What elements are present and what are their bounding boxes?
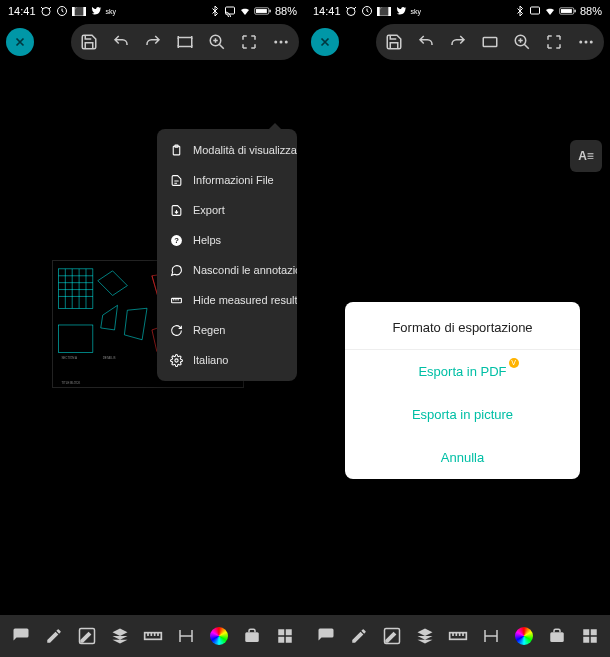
layers-tool[interactable] bbox=[109, 625, 131, 647]
canvas-area[interactable]: SECTION ADETAIL B PLAN VIEWTITLE BLOCK M… bbox=[0, 62, 305, 615]
badge-icon: ⬛ bbox=[72, 7, 86, 16]
export-pdf-option[interactable]: Esporta in PDFV bbox=[345, 350, 580, 393]
menu-label: Italiano bbox=[193, 354, 228, 366]
battery-icon bbox=[254, 5, 272, 17]
fit-icon bbox=[481, 33, 499, 51]
redo-button[interactable] bbox=[143, 32, 163, 52]
menu-helps[interactable]: ? Helps bbox=[157, 225, 297, 255]
menu-hide-measured[interactable]: Hide measured result bbox=[157, 285, 297, 315]
svg-rect-4 bbox=[256, 9, 267, 13]
zoom-icon bbox=[208, 33, 226, 51]
sky-icon: sky bbox=[106, 8, 117, 15]
svg-point-37 bbox=[174, 358, 177, 361]
svg-rect-73 bbox=[583, 629, 589, 635]
svg-text:?: ? bbox=[174, 236, 179, 245]
wifi-icon bbox=[544, 5, 556, 17]
more-button[interactable] bbox=[271, 32, 291, 52]
dialog-title: Formato di esportazione bbox=[345, 302, 580, 350]
cancel-option[interactable]: Annulla bbox=[345, 436, 580, 479]
svg-rect-49 bbox=[285, 629, 291, 635]
dimension-tool[interactable] bbox=[480, 625, 502, 647]
svg-rect-75 bbox=[583, 637, 589, 643]
briefcase-tool[interactable] bbox=[241, 625, 263, 647]
redo-button[interactable] bbox=[448, 32, 468, 52]
bottom-toolbar bbox=[0, 615, 305, 657]
save-button[interactable] bbox=[384, 32, 404, 52]
ruler-h-tool[interactable] bbox=[447, 625, 469, 647]
regen-icon bbox=[169, 323, 183, 337]
menu-label: Hide measured result bbox=[193, 294, 297, 306]
save-icon bbox=[385, 33, 403, 51]
option-label: Annulla bbox=[441, 450, 484, 465]
export-picture-option[interactable]: Esporta in picture bbox=[345, 393, 580, 436]
svg-rect-47 bbox=[245, 632, 259, 642]
fullscreen-button[interactable] bbox=[544, 32, 564, 52]
status-time: 14:41 bbox=[8, 5, 36, 17]
comment-icon bbox=[12, 627, 30, 645]
svg-rect-58 bbox=[483, 38, 497, 47]
close-button[interactable] bbox=[6, 28, 34, 56]
briefcase-tool[interactable] bbox=[546, 625, 568, 647]
wifi-icon bbox=[239, 5, 251, 17]
svg-rect-20 bbox=[58, 325, 92, 353]
alarm-icon bbox=[345, 5, 357, 17]
pen-tool[interactable] bbox=[43, 625, 65, 647]
close-icon bbox=[318, 35, 332, 49]
menu-file-info[interactable]: Informazioni File bbox=[157, 165, 297, 195]
fullscreen-icon bbox=[240, 33, 258, 51]
svg-point-9 bbox=[280, 41, 283, 44]
battery-icon bbox=[559, 5, 577, 17]
zoom-button[interactable] bbox=[207, 32, 227, 52]
svg-rect-54 bbox=[530, 7, 539, 14]
grid-icon bbox=[581, 627, 599, 645]
menu-language[interactable]: Italiano bbox=[157, 345, 297, 375]
more-icon bbox=[577, 33, 595, 51]
text-style-button[interactable]: A≡ bbox=[570, 140, 602, 172]
svg-rect-74 bbox=[590, 629, 596, 635]
vip-badge-icon: V bbox=[509, 358, 519, 368]
dimension-icon bbox=[177, 627, 195, 645]
fit-button[interactable] bbox=[175, 32, 195, 52]
fit-button[interactable] bbox=[480, 32, 500, 52]
dimension-tool[interactable] bbox=[175, 625, 197, 647]
fullscreen-icon bbox=[545, 33, 563, 51]
close-button[interactable] bbox=[311, 28, 339, 56]
clock-icon bbox=[361, 5, 373, 17]
canvas-area[interactable]: A≡ Formato di esportazione Esporta in PD… bbox=[305, 62, 610, 615]
undo-button[interactable] bbox=[111, 32, 131, 52]
undo-icon bbox=[417, 33, 435, 51]
cast-icon bbox=[224, 5, 236, 17]
layers-icon bbox=[111, 627, 129, 645]
edit-icon bbox=[78, 627, 96, 645]
close-icon bbox=[13, 35, 27, 49]
layers-tool[interactable] bbox=[414, 625, 436, 647]
menu-export[interactable]: Export bbox=[157, 195, 297, 225]
more-button[interactable] bbox=[576, 32, 596, 52]
zoom-button[interactable] bbox=[512, 32, 532, 52]
edit-tool[interactable] bbox=[76, 625, 98, 647]
menu-regen[interactable]: Regen bbox=[157, 315, 297, 345]
text-style-icon: A≡ bbox=[578, 149, 594, 163]
menu-view-mode[interactable]: Modalità di visualizza… bbox=[157, 135, 297, 165]
color-tool[interactable] bbox=[208, 625, 230, 647]
edit-icon bbox=[383, 627, 401, 645]
grid-tool[interactable] bbox=[274, 625, 296, 647]
status-bar: 14:41 ⬛ sky 88% bbox=[0, 0, 305, 22]
comment-tool[interactable] bbox=[315, 625, 337, 647]
svg-rect-6 bbox=[178, 38, 192, 47]
svg-rect-72 bbox=[550, 632, 564, 642]
menu-hide-annotations[interactable]: Nascondi le annotazioni bbox=[157, 255, 297, 285]
status-battery: 88% bbox=[580, 5, 602, 17]
comment-tool[interactable] bbox=[10, 625, 32, 647]
svg-text:TITLE BLOCK: TITLE BLOCK bbox=[61, 381, 80, 385]
ruler-h-tool[interactable] bbox=[142, 625, 164, 647]
screen-left: 14:41 ⬛ sky 88% bbox=[0, 0, 305, 657]
edit-tool[interactable] bbox=[381, 625, 403, 647]
grid-tool[interactable] bbox=[579, 625, 601, 647]
save-button[interactable] bbox=[79, 32, 99, 52]
svg-text:DETAIL B: DETAIL B bbox=[103, 356, 116, 360]
undo-button[interactable] bbox=[416, 32, 436, 52]
pen-tool[interactable] bbox=[348, 625, 370, 647]
fullscreen-button[interactable] bbox=[239, 32, 259, 52]
color-tool[interactable] bbox=[513, 625, 535, 647]
